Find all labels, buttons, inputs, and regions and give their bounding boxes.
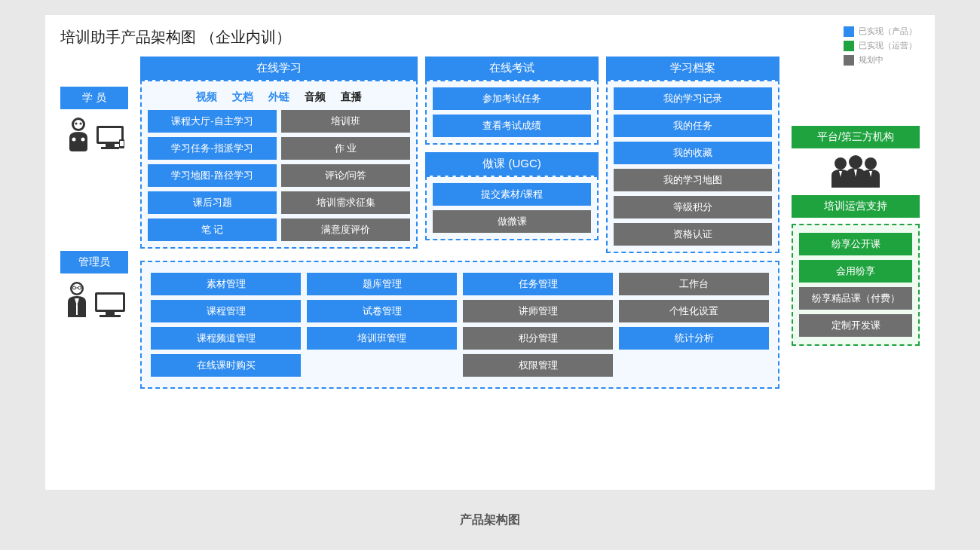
legend-swatch-blue — [844, 26, 854, 37]
item: 查看考试成绩 — [433, 115, 591, 137]
svg-point-22 — [835, 157, 847, 170]
svg-rect-21 — [100, 315, 121, 317]
svg-point-24 — [865, 157, 877, 170]
item: 会用纷享 — [799, 260, 912, 283]
item: 评论/问答 — [281, 164, 410, 187]
item: 试卷管理 — [307, 300, 457, 322]
item: 个性化设置 — [619, 300, 769, 322]
item: 讲师管理 — [463, 300, 613, 322]
student-icon — [60, 115, 128, 153]
legend: 已实现（产品） 已实现（运营） 规划中 — [844, 26, 917, 69]
item: 资格认证 — [614, 223, 772, 246]
item: 统计分析 — [619, 327, 769, 350]
item: 课程频道管理 — [151, 327, 301, 350]
legend-label: 已实现（产品） — [859, 26, 917, 37]
group-icon — [792, 154, 920, 189]
item: 定制开发课 — [799, 314, 912, 337]
item: 课后习题 — [148, 191, 277, 214]
item: 题库管理 — [307, 273, 457, 295]
item: 积分管理 — [463, 327, 613, 350]
tab-live: 直播 — [341, 90, 362, 102]
item: 等级积分 — [614, 196, 772, 218]
tabs: 视频 文档 外链 音频 直播 — [148, 87, 410, 110]
svg-point-5 — [81, 138, 85, 142]
sec-online-exam: 在线考试 — [425, 57, 599, 80]
svg-rect-7 — [99, 128, 121, 142]
item: 我的收藏 — [614, 142, 772, 164]
caption: 产品架构图 — [0, 512, 980, 528]
svg-point-2 — [75, 123, 78, 125]
item: 任务管理 — [463, 273, 613, 295]
item: 学习地图-路径学习 — [148, 164, 277, 187]
svg-point-23 — [849, 155, 862, 169]
tab-link: 外链 — [268, 90, 289, 102]
svg-rect-9 — [101, 147, 119, 149]
svg-point-4 — [72, 138, 76, 142]
item: 我的任务 — [614, 115, 772, 137]
platform-header: 平台/第三方机构 — [792, 126, 920, 148]
legend-label: 已实现（运营） — [859, 40, 917, 51]
svg-rect-11 — [120, 141, 124, 146]
item: 笔 记 — [148, 218, 277, 241]
svg-rect-8 — [106, 144, 115, 147]
item: 纷享精品课（付费） — [799, 287, 912, 310]
item: 在线课时购买 — [151, 354, 301, 377]
sec-ugc: 做课 (UGC) — [425, 152, 599, 176]
support-header: 培训运营支持 — [792, 195, 920, 218]
svg-rect-19 — [97, 295, 123, 310]
tab-doc: 文档 — [232, 90, 253, 102]
item: 培训班管理 — [307, 327, 457, 350]
tab-audio: 音频 — [305, 90, 326, 102]
item: 培训需求征集 — [281, 191, 410, 214]
item: 提交素材/课程 — [433, 183, 591, 206]
svg-point-1 — [74, 120, 83, 129]
tab-video: 视频 — [196, 90, 217, 102]
legend-swatch-green — [844, 41, 854, 51]
svg-rect-17 — [76, 304, 78, 315]
item: 素材管理 — [151, 273, 301, 295]
item: 权限管理 — [463, 354, 613, 377]
item: 培训班 — [281, 110, 410, 133]
legend-label: 规划中 — [859, 54, 884, 66]
item: 作 业 — [281, 137, 410, 160]
sec-profile: 学习档案 — [606, 57, 779, 80]
item: 学习任务-指派学习 — [148, 137, 277, 160]
item: 我的学习记录 — [614, 87, 772, 110]
svg-rect-20 — [106, 312, 115, 315]
role-student: 学 员 — [60, 87, 128, 109]
page-title: 培训助手产品架构图 （企业内训） — [60, 27, 920, 47]
sec-online-learning: 在线学习 — [140, 57, 418, 80]
admin-icon — [60, 280, 128, 321]
item: 满意度评价 — [281, 218, 410, 241]
item: 工作台 — [619, 273, 769, 295]
legend-swatch-gray — [844, 55, 854, 66]
role-admin: 管理员 — [60, 251, 128, 273]
item: 参加考试任务 — [433, 87, 591, 110]
item: 纷享公开课 — [799, 233, 912, 255]
item: 做微课 — [433, 210, 591, 233]
item: 课程管理 — [151, 300, 301, 322]
svg-point-13 — [72, 284, 82, 294]
svg-point-3 — [80, 123, 82, 125]
item: 我的学习地图 — [614, 169, 772, 191]
item: 课程大厅-自主学习 — [148, 110, 277, 133]
